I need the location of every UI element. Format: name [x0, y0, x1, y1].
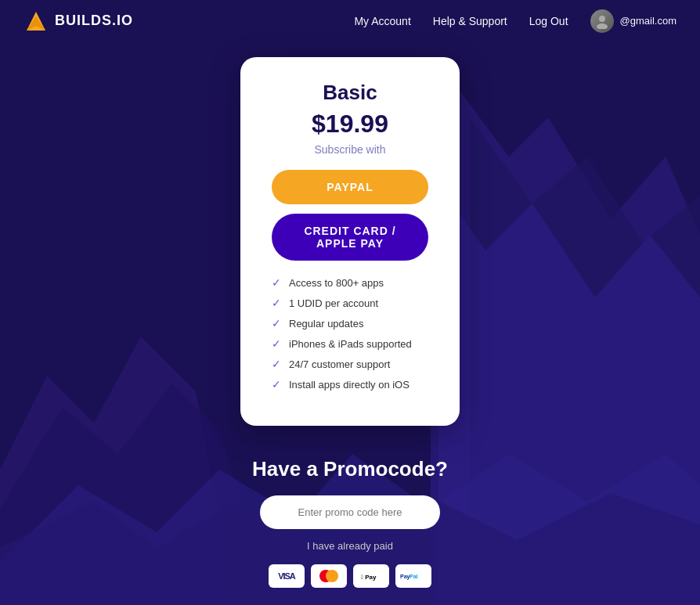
feature-text: Regular updates [289, 318, 363, 330]
check-icon: ✓ [272, 317, 281, 330]
creditcard-button[interactable]: CREDIT CARD / APPLE PAY [272, 214, 428, 261]
visa-payment-icon: VISA [269, 564, 305, 588]
plan-name: Basic [272, 81, 428, 105]
feature-item: ✓ iPhones & iPads supported [272, 337, 428, 350]
check-icon: ✓ [272, 378, 281, 391]
check-icon: ✓ [272, 358, 281, 370]
pricing-card: Basic $19.99 Subscribe with PAYPAL CREDI… [240, 57, 460, 426]
feature-text: 1 UDID per account [289, 297, 378, 309]
feature-item: ✓ 1 UDID per account [272, 297, 428, 309]
logo-icon [23, 9, 49, 34]
mastercard-payment-icon [311, 564, 347, 588]
feature-text: Install apps directly on iOS [289, 379, 410, 391]
already-paid-link[interactable]: I have already paid [252, 540, 448, 552]
applepay-payment-icon:  Pay [353, 564, 389, 588]
header-nav: My Account Help & Support Log Out @gmail… [354, 9, 677, 33]
header: BUILDS.IO My Account Help & Support Log … [0, 0, 700, 41]
paypal-payment-icon: Pay Pal [395, 564, 431, 588]
help-support-link[interactable]: Help & Support [433, 15, 507, 27]
plan-price: $19.99 [272, 110, 428, 139]
check-icon: ✓ [272, 297, 281, 309]
feature-item: ✓ Access to 800+ apps [272, 276, 428, 289]
my-account-link[interactable]: My Account [354, 15, 410, 27]
logo-text: BUILDS.IO [55, 13, 133, 29]
feature-text: Access to 800+ apps [289, 277, 384, 289]
promo-title: Have a Promocode? [252, 457, 448, 481]
feature-item: ✓ Regular updates [272, 317, 428, 330]
mc-orange-circle [326, 570, 338, 582]
feature-item: ✓ 24/7 customer support [272, 358, 428, 370]
feature-text: iPhones & iPads supported [289, 338, 412, 350]
log-out-link[interactable]: Log Out [529, 15, 568, 27]
mastercard-circles [319, 570, 338, 582]
payment-icons: VISA  Pay Pay Pal [252, 564, 448, 588]
promo-section: Have a Promocode? I have already paid VI… [252, 457, 448, 603]
promo-input[interactable] [260, 495, 440, 529]
user-email: @gmail.com [620, 15, 677, 27]
user-info: @gmail.com [590, 9, 677, 33]
visa-text: VISA [278, 571, 295, 581]
svg-point-11 [597, 23, 608, 29]
paypal-button[interactable]: PAYPAL [272, 170, 428, 204]
svg-text:Pal: Pal [410, 574, 418, 579]
main-content: Basic $19.99 Subscribe with PAYPAL CREDI… [0, 41, 700, 603]
avatar [590, 9, 614, 33]
logo: BUILDS.IO [23, 9, 133, 34]
svg-text:Pay: Pay [400, 574, 410, 580]
svg-text: Pay:  Pay [361, 574, 377, 581]
feature-text: 24/7 customer support [289, 358, 390, 370]
check-icon: ✓ [272, 276, 281, 289]
subscribe-with-label: Subscribe with [272, 143, 428, 156]
feature-item: ✓ Install apps directly on iOS [272, 378, 428, 391]
promo-input-wrap [252, 495, 448, 529]
check-icon: ✓ [272, 337, 281, 350]
svg-point-10 [599, 16, 605, 22]
features-list: ✓ Access to 800+ apps ✓ 1 UDID per accou… [272, 276, 428, 391]
